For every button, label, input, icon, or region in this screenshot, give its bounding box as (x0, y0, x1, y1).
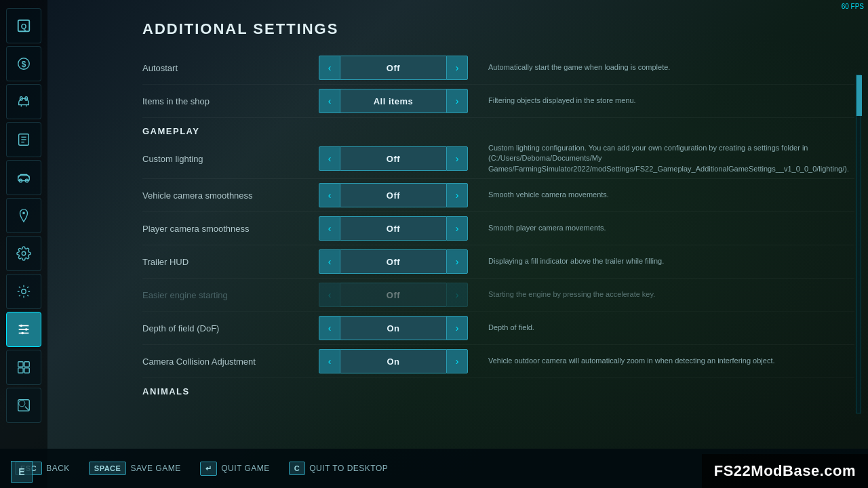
items-shop-value: All items (340, 89, 446, 113)
help-icon (14, 396, 33, 415)
autostart-prev-button[interactable]: ‹ (319, 56, 340, 80)
svg-rect-26 (18, 368, 23, 373)
network-icon (14, 358, 33, 377)
economy-icon: $ (14, 54, 33, 73)
sidebar-item-settings[interactable] (6, 274, 41, 309)
svg-point-23 (21, 332, 24, 335)
camera-collision-value: On (340, 349, 446, 373)
items-shop-next-button[interactable]: › (446, 89, 468, 113)
vehicles-icon (14, 168, 33, 187)
svg-rect-25 (24, 362, 29, 367)
scrollbar-thumb[interactable] (856, 75, 862, 116)
fps-counter: 60 FPS (842, 3, 864, 10)
sidebar-item-quest[interactable]: Q (6, 8, 41, 43)
setting-row-engine-starting: Easier engine starting ‹ Off › Starting … (142, 279, 854, 312)
scrollbar-track[interactable] (856, 75, 861, 413)
setting-row-dof: Depth of field (DoF) ‹ On › Depth of fie… (142, 312, 854, 345)
trailer-hud-prev-button[interactable]: ‹ (319, 249, 340, 274)
sidebar-item-additional[interactable] (6, 312, 41, 347)
camera-collision-next-button[interactable]: › (446, 349, 468, 373)
save-game-button[interactable]: SPACE SAVE GAME (85, 459, 185, 478)
vehicle-camera-description: Smooth vehicle camera movements. (468, 190, 854, 200)
setting-label-autostart: Autostart (142, 63, 319, 73)
page-title: ADDITIONAL SETTINGS (142, 20, 854, 38)
sidebar-item-map[interactable] (6, 198, 41, 233)
setting-control-vehicle-camera: ‹ Off › (319, 183, 468, 207)
dof-prev-button[interactable]: ‹ (319, 316, 340, 340)
animals-icon (14, 92, 33, 111)
setting-label-camera-collision: Camera Collision Adjustment (142, 357, 319, 367)
camera-collision-prev-button[interactable]: ‹ (319, 349, 340, 373)
setting-control-player-camera: ‹ Off › (319, 216, 468, 241)
engine-starting-next-button[interactable]: › (446, 283, 468, 307)
setting-control-trailer-hud: ‹ Off › (319, 249, 468, 274)
svg-text:Q: Q (21, 22, 27, 30)
svg-point-21 (20, 325, 23, 327)
engine-starting-prev-button[interactable]: ‹ (319, 283, 340, 307)
camera-collision-description: Vehicle outdoor camera will automaticall… (468, 356, 854, 366)
quit-desktop-label: QUIT TO DESKTOP (309, 464, 388, 473)
quest-icon: Q (14, 16, 33, 35)
custom-lighting-description: Custom lighting configuration. You can a… (468, 143, 854, 174)
watermark-text: FS22ModBase.com (714, 462, 856, 480)
items-shop-prev-button[interactable]: ‹ (319, 89, 340, 113)
setting-control-camera-collision: ‹ On › (319, 349, 468, 373)
dof-next-button[interactable]: › (446, 316, 468, 340)
autostart-value: Off (340, 56, 446, 80)
svg-point-17 (22, 289, 26, 293)
svg-rect-24 (18, 362, 23, 367)
svg-point-16 (22, 251, 26, 256)
sidebar-item-help[interactable] (6, 388, 41, 423)
watermark-prefix: FS22ModBase (714, 462, 820, 479)
vehicle-camera-next-button[interactable]: › (446, 183, 468, 207)
sidebar-item-fields[interactable] (6, 122, 41, 157)
dof-description: Depth of field. (468, 323, 854, 333)
custom-lighting-value: Off (340, 146, 446, 171)
vehicle-camera-prev-button[interactable]: ‹ (319, 183, 340, 207)
settings-container: Autostart ‹ Off › Automatically start th… (142, 52, 854, 399)
custom-lighting-prev-button[interactable]: ‹ (319, 146, 340, 171)
section-header-animals: ANIMALS (142, 378, 854, 399)
setting-row-trailer-hud: Trailer HUD ‹ Off › Displaying a fill in… (142, 245, 854, 279)
vehicle-camera-value: Off (340, 183, 446, 207)
setting-control-custom-lighting: ‹ Off › (319, 146, 468, 171)
quit-game-label: QUIT GAME (221, 464, 270, 473)
back-label: BACK (46, 464, 70, 473)
watermark-suffix: .com (820, 462, 856, 479)
fields-icon (14, 130, 33, 149)
workshop-icon (14, 244, 33, 263)
svg-point-15 (22, 212, 25, 215)
sidebar-item-network[interactable] (6, 350, 41, 385)
quit-desktop-button[interactable]: C QUIT TO DESKTOP (285, 459, 392, 478)
setting-label-player-camera: Player camera smoothness (142, 224, 319, 234)
engine-starting-description: Starting the engine by pressing the acce… (468, 289, 854, 300)
setting-row-camera-collision: Camera Collision Adjustment ‹ On › Vehic… (142, 345, 854, 378)
svg-point-29 (19, 401, 25, 407)
trailer-hud-next-button[interactable]: › (446, 249, 468, 274)
player-camera-prev-button[interactable]: ‹ (319, 216, 340, 241)
items-shop-description: Filtering objects displayed in the store… (468, 96, 854, 106)
autostart-description: Automatically start the game when loadin… (468, 62, 854, 73)
setting-row-items-shop: Items in the shop ‹ All items › Filterin… (142, 85, 854, 118)
player-camera-next-button[interactable]: › (446, 216, 468, 241)
custom-lighting-next-button[interactable]: › (446, 146, 468, 171)
setting-row-vehicle-camera: Vehicle camera smoothness ‹ Off › Smooth… (142, 179, 854, 212)
svg-rect-27 (24, 368, 29, 373)
setting-label-custom-lighting: Custom lighting (142, 154, 319, 164)
setting-row-custom-lighting: Custom lighting ‹ Off › Custom lighting … (142, 139, 854, 179)
setting-control-dof: ‹ On › (319, 316, 468, 340)
sidebar-item-animals[interactable] (6, 84, 41, 119)
sidebar-item-workshop[interactable] (6, 236, 41, 271)
setting-control-items-shop: ‹ All items › (319, 89, 468, 113)
dof-value: On (340, 316, 446, 340)
e-button[interactable]: E (11, 461, 33, 483)
settings-icon (14, 282, 33, 301)
setting-control-engine-starting: ‹ Off › (319, 283, 468, 307)
sidebar-item-vehicles[interactable] (6, 160, 41, 195)
autostart-next-button[interactable]: › (446, 56, 468, 80)
setting-row-autostart: Autostart ‹ Off › Automatically start th… (142, 52, 854, 85)
sidebar-item-economy[interactable]: $ (6, 46, 41, 81)
trailer-hud-description: Displaying a fill indicator above the tr… (468, 256, 854, 266)
player-camera-value: Off (340, 216, 446, 241)
quit-game-button[interactable]: ↵ QUIT GAME (196, 459, 274, 479)
